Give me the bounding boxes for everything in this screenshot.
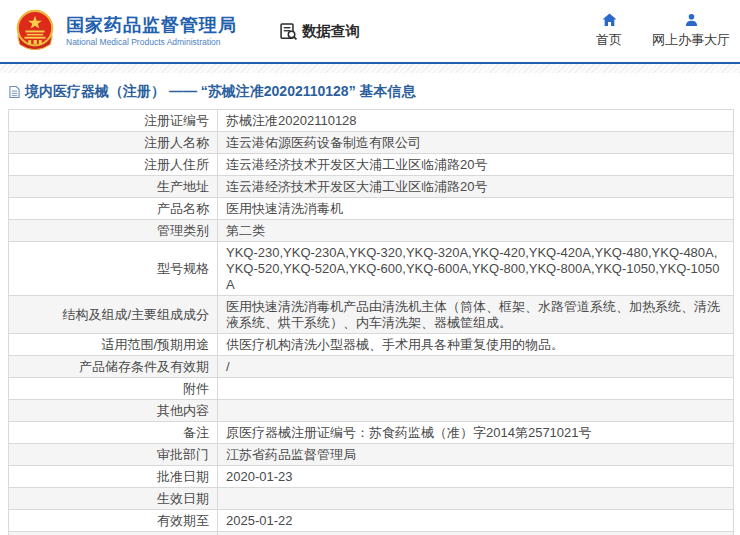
row-label-text: 产品储存条件及有效期	[79, 359, 209, 375]
row-label: 注册人名称	[9, 132, 217, 153]
row-label: 有效期至	[9, 510, 217, 531]
page-title-bar: 境内医疗器械（注册） —— “苏械注准20202110128” 基本信息	[0, 73, 740, 109]
data-query-tab[interactable]: 数据查询	[279, 22, 360, 41]
row-value-text: /	[226, 359, 230, 375]
row-label-text: 适用范围/预期用途	[101, 337, 209, 353]
row-label-text: 管理类别	[157, 223, 209, 239]
row-value: 原医疗器械注册证编号：苏食药监械（准）字2014第2571021号	[217, 422, 733, 443]
table-row: 产品储存条件及有效期 /	[9, 356, 733, 378]
row-value	[217, 488, 733, 509]
row-value-text: 医用快速清洗消毒机	[226, 201, 343, 217]
agency-name-en: National Medical Products Administration	[66, 37, 237, 47]
national-emblem-icon	[12, 7, 58, 55]
table-row: 生效日期	[9, 488, 733, 510]
row-value: 2020-01-23	[217, 466, 733, 487]
agency-logo: 国家药品监督管理局 National Medical Products Admi…	[12, 7, 237, 55]
row-value: 连云港经济技术开发区大浦工业区临浦路20号	[217, 176, 733, 197]
table-row: 生产地址 连云港经济技术开发区大浦工业区临浦路20号	[9, 176, 733, 198]
agency-name: 国家药品监督管理局 National Medical Products Admi…	[66, 15, 237, 47]
row-value: 连云港经济技术开发区大浦工业区临浦路20号	[217, 154, 733, 175]
row-label-text: 型号规格	[157, 261, 209, 277]
table-row: 其他内容	[9, 400, 733, 422]
table-row: 注册证编号 苏械注准20202110128	[9, 110, 733, 132]
row-value-text: 连云港经济技术开发区大浦工业区临浦路20号	[226, 157, 487, 173]
row-label-text: 生产地址	[157, 179, 209, 195]
row-value: 苏械注准20202110128	[217, 110, 733, 131]
home-icon	[602, 13, 617, 27]
row-label-text: 结构及组成/主要组成成分	[62, 307, 209, 323]
decorative-band	[0, 64, 740, 73]
row-label-text: 审批部门	[157, 447, 209, 463]
row-label: 产品名称	[9, 198, 217, 219]
agency-name-cn: 国家药品监督管理局	[66, 15, 237, 35]
row-value-text: 苏械注准20202110128	[226, 113, 357, 129]
row-label: 审批部门	[9, 444, 217, 465]
row-label: 生效日期	[9, 488, 217, 509]
row-value: YKQ-230,YKQ-230A,YKQ-320,YKQ-320A,YKQ-42…	[217, 242, 733, 295]
row-value	[217, 400, 733, 421]
table-row: 适用范围/预期用途 供医疗机构清洗小型器械、手术用具各种重复使用的物品。	[9, 334, 733, 356]
row-value-text: 原医疗器械注册证编号：苏食药监械（准）字2014第2571021号	[226, 425, 592, 441]
row-label: 备注	[9, 422, 217, 443]
info-table: 注册证编号 苏械注准20202110128 注册人名称 连云港佑源医药设备制造有…	[8, 109, 734, 535]
row-value: 连云港佑源医药设备制造有限公司	[217, 132, 733, 153]
nav-item-service-hall[interactable]: 网上办事大厅	[652, 13, 730, 49]
row-value-text: 连云港经济技术开发区大浦工业区临浦路20号	[226, 179, 487, 195]
row-value: 医用快速清洗消毒机产品由清洗机主体（筒体、框架、水路管道系统、加热系统、清洗液系…	[217, 296, 733, 333]
row-value-text: 2025-01-22	[226, 513, 293, 529]
row-label: 产品储存条件及有效期	[9, 356, 217, 377]
table-row: 注册人名称 连云港佑源医药设备制造有限公司	[9, 132, 733, 154]
table-row: 注册人住所 连云港经济技术开发区大浦工业区临浦路20号	[9, 154, 733, 176]
nav-item-label: 网上办事大厅	[652, 31, 730, 49]
table-row: 结构及组成/主要组成成分 医用快速清洗消毒机产品由清洗机主体（筒体、框架、水路管…	[9, 296, 733, 334]
table-row: 型号规格 YKQ-230,YKQ-230A,YKQ-320,YKQ-320A,Y…	[9, 242, 733, 296]
row-label: 注册人住所	[9, 154, 217, 175]
document-icon	[9, 85, 20, 99]
row-label: 附件	[9, 378, 217, 399]
row-label-text: 附件	[183, 381, 209, 397]
table-row: 有效期至 2025-01-22	[9, 510, 733, 532]
top-nav: 首页 网上办事大厅	[596, 13, 740, 49]
row-value: 供医疗机构清洗小型器械、手术用具各种重复使用的物品。	[217, 334, 733, 355]
row-label: 注册证编号	[9, 110, 217, 131]
row-label: 批准日期	[9, 466, 217, 487]
row-value-text: 2020-01-23	[226, 469, 293, 485]
row-label-text: 备注	[183, 425, 209, 441]
row-value: 医用快速清洗消毒机	[217, 198, 733, 219]
row-label: 生产地址	[9, 176, 217, 197]
row-label-text: 注册证编号	[144, 113, 209, 129]
page-title: 境内医疗器械（注册） —— “苏械注准20202110128” 基本信息	[25, 83, 416, 101]
row-label: 型号规格	[9, 242, 217, 295]
row-label-text: 生效日期	[157, 491, 209, 507]
table-row: 备注 原医疗器械注册证编号：苏食药监械（准）字2014第2571021号	[9, 422, 733, 444]
document-search-icon	[279, 22, 298, 41]
row-label-text: 其他内容	[157, 403, 209, 419]
row-label: 管理类别	[9, 220, 217, 241]
site-header: 国家药品监督管理局 National Medical Products Admi…	[0, 0, 740, 62]
row-value-text: 江苏省药品监督管理局	[226, 447, 356, 463]
row-value-text: 供医疗机构清洗小型器械、手术用具各种重复使用的物品。	[226, 337, 564, 353]
row-label: 适用范围/预期用途	[9, 334, 217, 355]
row-label-text: 产品名称	[157, 201, 209, 217]
row-value	[217, 378, 733, 399]
table-row: 审批部门 江苏省药品监督管理局	[9, 444, 733, 466]
data-query-label: 数据查询	[302, 22, 360, 41]
row-label: 其他内容	[9, 400, 217, 421]
table-row: 批准日期 2020-01-23	[9, 466, 733, 488]
row-value: 2025-01-22	[217, 510, 733, 531]
row-label-text: 有效期至	[157, 513, 209, 529]
row-value: 江苏省药品监督管理局	[217, 444, 733, 465]
row-label: 结构及组成/主要组成成分	[9, 296, 217, 333]
table-row: 产品名称 医用快速清洗消毒机	[9, 198, 733, 220]
nav-item-label: 首页	[596, 31, 622, 49]
row-value-text: YKQ-230,YKQ-230A,YKQ-320,YKQ-320A,YKQ-42…	[226, 245, 725, 293]
table-row: 管理类别 第二类	[9, 220, 733, 242]
row-value: /	[217, 356, 733, 377]
row-value-text: 医用快速清洗消毒机产品由清洗机主体（筒体、框架、水路管道系统、加热系统、清洗液系…	[226, 299, 725, 331]
nav-item-home[interactable]: 首页	[596, 13, 622, 49]
row-value-text: 第二类	[226, 223, 265, 239]
table-row: 附件	[9, 378, 733, 400]
person-icon	[684, 13, 699, 27]
row-label-text: 批准日期	[157, 469, 209, 485]
row-label-text: 注册人住所	[144, 157, 209, 173]
